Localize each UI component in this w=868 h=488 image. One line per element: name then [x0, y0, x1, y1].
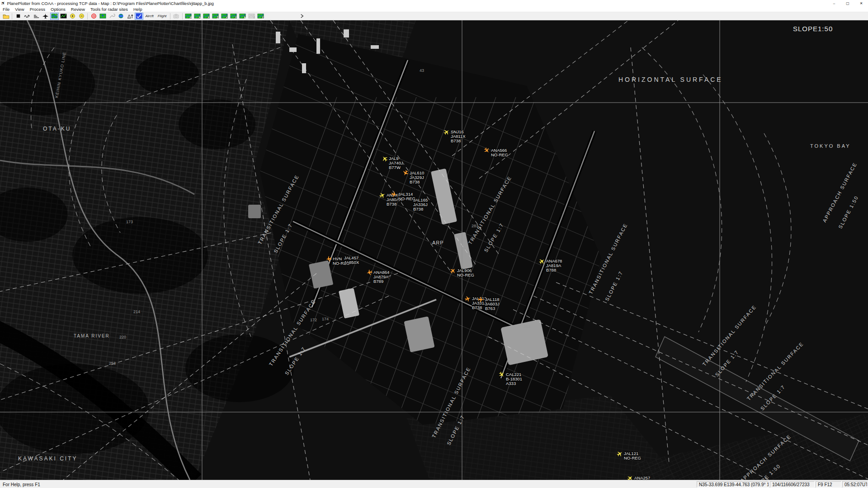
map-label: SLOPE1:50: [793, 25, 833, 33]
aircraft-label-line: B738: [387, 202, 396, 206]
aircraft-label-button[interactable]: Aircft: [144, 13, 156, 20]
minimize-button[interactable]: –: [827, 0, 841, 6]
chevron-right-icon: [299, 13, 306, 19]
spot-elevation: 43: [420, 68, 424, 73]
aircraft-label-line: B738: [410, 179, 420, 184]
chart-3-button[interactable]: 3: [202, 13, 211, 20]
zoom-in-button[interactable]: [68, 13, 77, 20]
spot-elevation: 283: [472, 224, 478, 228]
chart-number: 8: [253, 16, 255, 19]
stop-button[interactable]: [14, 13, 23, 20]
map-up-button[interactable]: [126, 13, 134, 20]
map-area: SLOPE1:50HORIZONTAL SURFACETOKYO BAYOTA-…: [0, 20, 868, 480]
map-canvas[interactable]: SLOPE1:50HORIZONTAL SURFACETOKYO BAYOTA-…: [0, 20, 868, 480]
aircraft-label-line: B763: [485, 306, 495, 311]
levels-button[interactable]: [32, 13, 41, 20]
menu-file[interactable]: File: [0, 6, 12, 12]
menu-process[interactable]: Process: [27, 6, 48, 12]
no-entry-icon: [90, 13, 97, 19]
pencil-check-icon: [136, 13, 142, 19]
close-button[interactable]: ✕: [854, 0, 868, 6]
chart-number: 5: [226, 16, 228, 19]
edit-button[interactable]: [135, 13, 143, 20]
folder-icon: [3, 13, 9, 19]
flag-button[interactable]: [99, 13, 107, 20]
levels-icon: [33, 13, 40, 19]
aircraft-label-line: B789: [373, 279, 383, 284]
toolbar: AircftFlight123456789: [0, 12, 868, 20]
chart-number: 9: [262, 16, 264, 19]
signal-button[interactable]: [23, 13, 32, 20]
map-label: ARP: [432, 240, 444, 245]
flight-label-button-label: Flight: [158, 14, 167, 18]
toolbar-overflow-button[interactable]: [298, 13, 307, 20]
chart-number: 6: [235, 16, 237, 19]
chart-5-button[interactable]: 5: [220, 13, 229, 20]
chart-number: 3: [208, 16, 210, 19]
flag-icon: [99, 13, 106, 19]
aircraft-marker-jal457[interactable]: JAL457JA850X: [344, 255, 359, 265]
flight-label-button[interactable]: Flight: [156, 13, 169, 20]
menu-bar: FileViewProcessOptionsReviewTools for ra…: [0, 6, 868, 12]
zoom-out-icon: [78, 13, 85, 19]
map-window-button[interactable]: [50, 13, 59, 20]
aircraft-label-line: NO-REG: [491, 152, 508, 157]
zoom-out-button[interactable]: [77, 13, 86, 20]
open-file-button[interactable]: [2, 13, 10, 20]
chart-9-button[interactable]: 9: [256, 13, 265, 20]
globe-button[interactable]: [117, 13, 125, 20]
toolbar-separator: [170, 13, 170, 19]
menu-view[interactable]: View: [12, 6, 27, 12]
status-utc-time: 05:52:07UTC: [842, 481, 868, 488]
menu-review[interactable]: Review: [68, 6, 88, 12]
toolbar-separator: [12, 13, 12, 19]
menu-help[interactable]: Help: [131, 6, 145, 12]
spot-elevation: 172: [310, 318, 317, 322]
window-controls: – ▢ ✕: [827, 0, 868, 6]
status-cursor-position: N35-33.699 E139-44.763 (079.9° 140.8nm): [697, 481, 769, 488]
map-label: OTA-KU: [43, 126, 71, 132]
map-label: HORIZONTAL SURFACE: [618, 76, 723, 83]
status-message-counts: 104/116606/27233: [770, 481, 815, 488]
aircraft-view-button[interactable]: [41, 13, 50, 20]
menu-tools-for-radar-sites[interactable]: Tools for radar sites: [88, 6, 131, 12]
maximize-button[interactable]: ▢: [841, 0, 854, 6]
aircraft-label-line: B738: [451, 138, 461, 143]
aircraft-label-button-label: Aircft: [146, 14, 154, 18]
camera-button[interactable]: [172, 13, 180, 20]
status-bar: For Help, press F1 N35-33.699 E139-44.76…: [0, 480, 868, 488]
aircraft-label-line: JA850X: [344, 260, 359, 265]
app-airplane-icon: ✈: [0, 0, 6, 6]
chart-2-button[interactable]: 2: [193, 13, 202, 20]
aircraft-label-line: B77W: [389, 165, 401, 170]
chart-8-button[interactable]: 8: [247, 13, 256, 20]
map-label: TAMA RIVER: [74, 333, 110, 338]
chart-4-button[interactable]: 4: [211, 13, 220, 20]
tools-icon: [108, 13, 115, 19]
map-dark-button[interactable]: [59, 13, 68, 20]
tools-button[interactable]: [108, 13, 116, 20]
aircraft-label-line: B738: [472, 305, 482, 310]
status-function-keys: F9 F12: [816, 481, 841, 488]
waveform-icon: [24, 13, 31, 19]
map-dark-icon: [60, 13, 67, 19]
spot-elevation: 173: [126, 220, 133, 224]
map-label: TOKYO BAY: [810, 143, 851, 149]
status-help-text: For Help, press F1: [0, 481, 696, 488]
chart-number: 1: [190, 16, 192, 19]
aircraft-label-line: ANA257: [634, 475, 650, 480]
chart-7-button[interactable]: 7: [238, 13, 247, 20]
chart-6-button[interactable]: 6: [229, 13, 238, 20]
chart-1-button[interactable]: 1: [184, 13, 193, 20]
stop-icon: [15, 13, 22, 19]
menu-options[interactable]: Options: [48, 6, 68, 12]
chart-number: 4: [217, 16, 219, 19]
map-base: [0, 20, 868, 480]
aircraft-label-line: NO-REG: [624, 455, 641, 460]
record-button[interactable]: [90, 13, 98, 20]
map-label: KAWASAKI CITY: [18, 455, 77, 462]
spot-elevation: 253: [109, 361, 116, 366]
chart-number: 2: [199, 16, 201, 19]
globe-icon: [118, 13, 124, 19]
window-title: PlanePlotter from COAA - processing TCP …: [7, 1, 213, 6]
